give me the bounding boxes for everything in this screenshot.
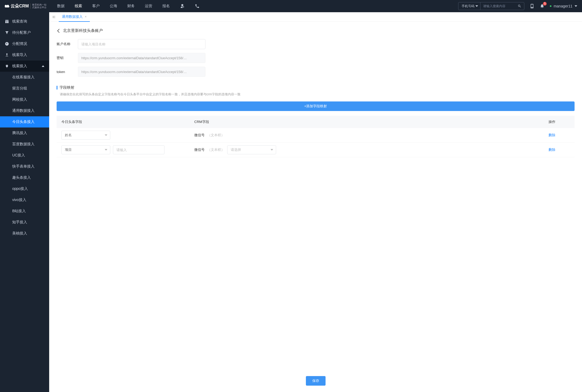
footer: 保存 (57, 368, 575, 386)
nav-public-sea[interactable]: 公海 (110, 4, 117, 8)
sidebar-item-pending[interactable]: 待分配客户 (0, 27, 49, 38)
nav-clue[interactable]: 线索 (75, 4, 82, 8)
crm-field-label: 微信号 (194, 147, 205, 152)
nav-finance[interactable]: 财务 (127, 4, 135, 8)
filter-icon (5, 31, 9, 35)
top-nav: 数据 线索 客户 公海 财务 运营 报名 (57, 4, 200, 8)
sidebar-sub-bilibili[interactable]: B站接入 (0, 206, 49, 217)
delete-row-link[interactable]: 删除 (549, 133, 555, 137)
secret-input[interactable] (78, 53, 205, 63)
user-add-icon[interactable] (180, 4, 185, 8)
sidebar-item-import[interactable]: 线索导入 (0, 49, 49, 61)
collapse-icon (52, 15, 56, 19)
crm-field-select[interactable]: 请选择 (227, 145, 276, 154)
export-icon (5, 53, 9, 57)
delete-row-link[interactable]: 删除 (549, 148, 555, 152)
title-bar-icon (57, 86, 57, 90)
token-label: token (57, 70, 73, 74)
plug-icon (5, 64, 9, 68)
page-title: 北京昱新科技头条账户 (63, 28, 103, 33)
toutiao-field-select[interactable]: 项目 (61, 145, 110, 154)
clock-icon (5, 42, 9, 46)
secret-label: 密钥 (57, 56, 73, 60)
chevron-up-icon (42, 65, 44, 67)
search-box: 手机号码 (458, 2, 524, 10)
sidebar-sub-uc[interactable]: UC接入 (0, 150, 49, 161)
search-icon (518, 4, 521, 8)
crm-field-hint: （文本框） (207, 147, 225, 152)
tabs-collapse-toggle[interactable] (49, 12, 59, 22)
toutiao-field-input[interactable] (113, 145, 165, 154)
sidebar-sub-zhihu[interactable]: 知乎接入 (0, 217, 49, 228)
mapping-title: 字段映射 (57, 85, 575, 90)
nav-operation[interactable]: 运营 (145, 4, 152, 8)
sidebar-sub-kuaishou[interactable]: 快手表单接入 (0, 161, 49, 172)
nav-signup[interactable]: 报名 (162, 4, 170, 8)
user-menu[interactable]: manager11 (550, 4, 577, 8)
search-button[interactable] (515, 2, 524, 10)
mapping-table: 今日头条字段 CRM字段 操作 姓名 微信号 (57, 116, 575, 157)
add-mapping-button[interactable]: +添加字段映射 (57, 101, 575, 111)
mapping-desc: 请确保您在此填写的头条自定义字段名称与在今日头条平台中自定义的字段名称一致，并且… (60, 92, 575, 97)
table-row: 姓名 微信号 （文本框） 删除 (57, 128, 575, 143)
sidebar-sub-tencent[interactable]: 腾讯接入 (0, 127, 49, 139)
sidebar-sub-toutiao[interactable]: 今日头条接入 (0, 116, 49, 127)
sidebar-item-allocation[interactable]: 分配情况 (0, 38, 49, 49)
tabs-bar: 通用数据接入 × (49, 12, 582, 22)
token-input[interactable] (78, 67, 205, 77)
nav-customer[interactable]: 客户 (92, 4, 100, 8)
notification-badge: 5 (543, 2, 547, 6)
search-input[interactable] (480, 2, 515, 10)
crm-field-hint: （文本框） (207, 133, 225, 138)
table-row: 项目 微信号 （文本框） 请选择 (57, 143, 575, 157)
content: 北京昱新科技头条账户 账户名称 密钥 token 字段映射 (49, 22, 582, 392)
sidebar-item-access[interactable]: 线索接入 (0, 61, 49, 72)
logo-sub: 教育机构一站 式服务云平台 (30, 3, 47, 9)
sidebar-sub-school[interactable]: 网校接入 (0, 94, 49, 105)
col-action: 操作 (549, 120, 570, 124)
user-name: manager11 (554, 4, 572, 8)
chevron-down-icon (271, 148, 273, 151)
chevron-down-icon (575, 5, 577, 7)
search-type-select[interactable]: 手机号码 (458, 2, 480, 10)
sidebar-sub-baidu[interactable]: 百度数据接入 (0, 139, 49, 150)
mobile-icon[interactable] (530, 4, 534, 8)
sidebar-sub-oppo[interactable]: oppo接入 (0, 183, 49, 194)
table-header: 今日头条字段 CRM字段 操作 (57, 116, 575, 128)
back-chevron-icon[interactable] (57, 29, 60, 33)
sidebar: 线索查询 待分配客户 分配情况 线索导入 线索接入 在线客服接入 留言分组 网校… (0, 12, 49, 392)
sidebar-sub-meiyou[interactable]: 美柚接入 (0, 228, 49, 239)
sidebar-sub-general[interactable]: 通用数据接入 (0, 105, 49, 116)
notification-bell[interactable]: 5 (540, 3, 545, 9)
nav-data[interactable]: 数据 (57, 4, 65, 8)
top-right: 手机号码 5 manager11 (458, 2, 577, 10)
chevron-down-icon (105, 134, 107, 137)
sidebar-sub-vivo[interactable]: vivo接入 (0, 194, 49, 206)
account-name-label: 账户名称 (57, 42, 73, 46)
top-header: 云朵CRM 教育机构一站 式服务云平台 数据 线索 客户 公海 财务 运营 报名… (0, 0, 582, 12)
sidebar-item-clue-query[interactable]: 线索查询 (0, 16, 49, 27)
page-header: 北京昱新科技头条账户 (57, 28, 575, 33)
sidebar-sub-qutoutiao[interactable]: 趣头条接入 (0, 172, 49, 183)
save-button[interactable]: 保存 (306, 376, 326, 386)
logo[interactable]: 云朵CRM 教育机构一站 式服务云平台 (5, 3, 47, 9)
status-dot-icon (550, 5, 551, 7)
tab-general-data[interactable]: 通用数据接入 × (59, 12, 90, 22)
tab-close-button[interactable]: × (85, 15, 87, 19)
cloud-icon (5, 4, 10, 8)
main: 通用数据接入 × 北京昱新科技头条账户 账户名称 密钥 t (49, 12, 582, 392)
phone-icon[interactable] (195, 4, 200, 8)
sidebar-sub-online[interactable]: 在线客服接入 (0, 72, 49, 83)
chevron-down-icon (475, 5, 478, 7)
table-icon (5, 19, 9, 24)
sidebar-sub-message[interactable]: 留言分组 (0, 83, 49, 94)
col-toutiao: 今日头条字段 (61, 120, 194, 124)
chevron-down-icon (105, 148, 107, 151)
logo-main: 云朵CRM (5, 3, 29, 9)
account-name-input[interactable] (78, 39, 205, 49)
col-crm: CRM字段 (194, 120, 549, 124)
toutiao-field-select[interactable]: 姓名 (61, 131, 110, 140)
crm-field-label: 微信号 (194, 133, 205, 138)
